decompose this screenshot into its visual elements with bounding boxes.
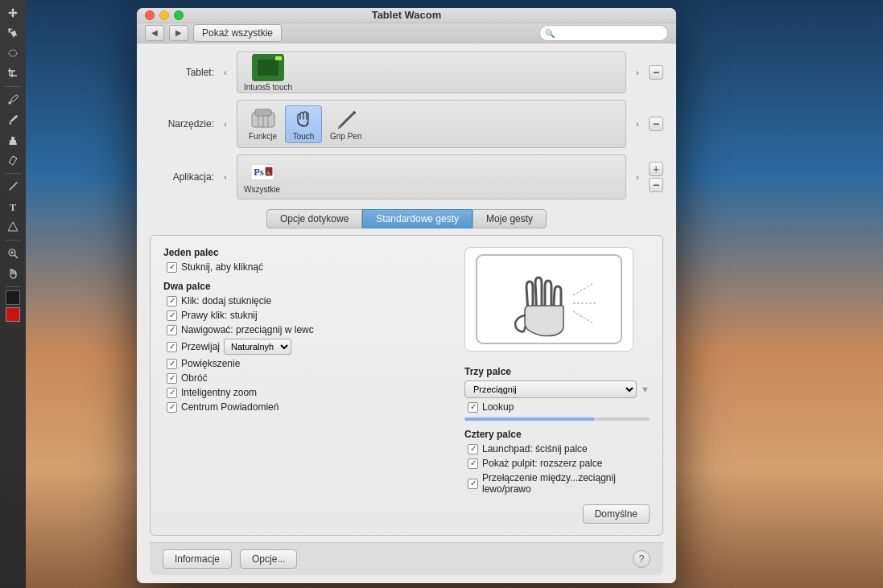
toolbar-item-lasso[interactable] [3, 43, 23, 63]
tool-remove-button[interactable]: − [649, 117, 663, 131]
pokaz-pulpit-checkbox[interactable] [468, 458, 478, 469]
toolbar-item-stamp[interactable] [3, 130, 23, 150]
centrum-powiadomien-checkbox[interactable] [167, 402, 177, 413]
tool-grippen[interactable]: Grip Pen [325, 106, 366, 142]
prawy-klik-checkbox[interactable] [167, 310, 177, 321]
tool-touch[interactable]: Touch [285, 105, 322, 143]
tablet-remove-button[interactable]: − [649, 65, 663, 80]
inteligentny-zoom-row: Inteligentny zoom [163, 387, 452, 398]
tool-right-arrow[interactable]: › [631, 117, 644, 130]
tablet-right-arrow[interactable]: › [631, 66, 644, 79]
toolbar-item-move[interactable] [3, 3, 23, 23]
inteligentny-zoom-checkbox[interactable] [167, 388, 177, 398]
foreground-color[interactable] [6, 290, 20, 305]
przelaczenie-checkbox[interactable] [468, 479, 478, 489]
przewijaj-checkbox[interactable] [167, 342, 177, 352]
show-all-button[interactable]: Pokaż wszystkie [193, 24, 282, 42]
wszystkie-icon: Ps A [250, 161, 275, 183]
toolbar-item-eyedropper[interactable] [3, 90, 23, 109]
svg-rect-17 [255, 109, 271, 116]
przeciagnij-select[interactable]: Przeciągnij Przesuń [464, 380, 637, 398]
obroc-checkbox[interactable] [167, 373, 177, 384]
app-label: Aplikacja: [150, 171, 214, 183]
stuknij-row: Stuknij, aby kliknąć [163, 261, 452, 273]
search-input[interactable] [539, 25, 668, 41]
close-button[interactable] [145, 10, 155, 20]
stuknij-checkbox[interactable] [167, 262, 177, 273]
app-right-arrow[interactable]: › [631, 171, 644, 183]
forward-button[interactable]: ▶ [169, 25, 188, 41]
toolbar-item-select[interactable] [3, 23, 23, 43]
default-button[interactable]: Domyślne [583, 504, 650, 524]
toolbar-item-zoom[interactable] [3, 244, 23, 263]
app-strip: Ps A Wszystkie [237, 154, 626, 199]
lookup-row: Lookup [464, 401, 650, 413]
grippen-svg [333, 108, 359, 130]
gesture-svg [468, 251, 629, 347]
toolbar-item-eraser[interactable] [3, 150, 23, 170]
titlebar: Tablet Wacom [137, 8, 676, 23]
lookup-label: Lookup [482, 401, 514, 413]
centrum-powiadomien-row: Centrum Powiadomień [163, 401, 452, 413]
battery-indicator [275, 56, 282, 60]
tablet-left-arrow[interactable]: ‹ [219, 66, 232, 79]
touch-name: Touch [293, 132, 315, 141]
options-right: Trzy palce Przeciągnij Przesuń ▼ Lookup … [464, 247, 650, 524]
app-row: Aplikacja: ‹ Ps A Wszystkie [150, 154, 663, 199]
options-left: Jeden palec Stuknij, aby kliknąć Dwa pal… [163, 247, 452, 524]
lookup-slider[interactable] [464, 417, 650, 421]
help-button[interactable]: ? [633, 550, 650, 568]
grippen-name: Grip Pen [330, 132, 361, 141]
obroc-row: Obróć [163, 372, 452, 384]
stuknij-label: Stuknij, aby kliknąć [181, 261, 263, 273]
toolbar-item-hand[interactable] [3, 264, 23, 283]
centrum-powiadomien-label: Centrum Powiadomień [181, 401, 279, 413]
window-title: Tablet Wacom [372, 9, 442, 21]
tab-moje-gesty[interactable]: Moje gesty [472, 209, 547, 228]
prawy-klik-label: Prawy klik: stuknij [181, 310, 258, 321]
options-button[interactable]: Opcje... [240, 549, 297, 569]
toolbar-item-shape[interactable] [3, 217, 23, 236]
toolbar-item-crop[interactable] [3, 64, 23, 83]
toolbar-item-pen[interactable] [3, 177, 23, 196]
tool-funkcje[interactable]: Funkcje [244, 106, 282, 142]
trzy-palce-heading: Trzy palce [464, 366, 650, 377]
tab-opcje-dotykowe[interactable]: Opcje dotykowe [266, 209, 362, 228]
launchpad-checkbox[interactable] [468, 444, 478, 454]
toolbar-divider-4 [5, 286, 21, 287]
minimize-button[interactable] [159, 10, 169, 20]
svg-line-13 [14, 255, 18, 258]
traffic-lights [145, 10, 184, 20]
device-label: Intuos5 touch [244, 83, 292, 92]
lookup-checkbox[interactable] [468, 402, 478, 413]
tool-strip: Funkcje Touch [237, 100, 626, 148]
touch-icon [291, 108, 316, 130]
powiekszenie-checkbox[interactable] [167, 359, 177, 369]
launchpad-row: Launchpad: ściśnij palce [464, 443, 650, 454]
tab-standardowe-gesty[interactable]: Standardowe gesty [362, 209, 472, 228]
przelaczenie-row: Przełączenie między...zeciągnij lewo/pra… [464, 472, 650, 495]
nawigowac-checkbox[interactable] [167, 325, 177, 335]
toolbar-item-text[interactable]: T [3, 197, 23, 216]
app-remove-button[interactable]: − [649, 178, 663, 192]
powiekszenie-row: Powiększenie [163, 358, 452, 369]
svg-point-2 [9, 50, 17, 56]
app-left-arrow[interactable]: ‹ [219, 171, 232, 183]
nawigowac-row: Nawigować: przeciągnij w lewc [163, 324, 452, 335]
app-add-button[interactable]: + [649, 162, 663, 176]
gesture-image [464, 247, 633, 352]
wszystkie-svg: Ps A [250, 160, 275, 184]
intuos-device[interactable]: Intuos5 touch [244, 54, 292, 92]
info-button[interactable]: Informacje [163, 549, 232, 569]
maximize-button[interactable] [174, 10, 184, 20]
przewijaj-select[interactable]: Naturalnyh Normalnie [224, 339, 291, 355]
tool-left-arrow[interactable]: ‹ [219, 117, 232, 130]
toolbar-item-brush[interactable] [3, 110, 23, 130]
klik-dodaj-checkbox[interactable] [167, 296, 177, 306]
powiekszenie-label: Powiększenie [181, 358, 240, 369]
back-button[interactable]: ◀ [145, 25, 164, 41]
prawy-klik-row: Prawy klik: stuknij [163, 310, 452, 321]
background-color[interactable] [6, 307, 20, 322]
window-toolbar: ◀ ▶ Pokaż wszystkie 🔍 [137, 23, 676, 43]
app-wszystkie[interactable]: Ps A Wszystkie [244, 161, 280, 194]
